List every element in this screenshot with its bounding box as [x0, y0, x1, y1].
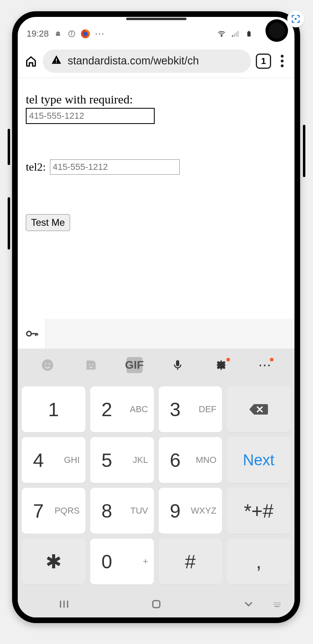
- system-nav-bar: [18, 591, 294, 617]
- home-button[interactable]: [24, 55, 38, 68]
- key-3[interactable]: 3DEF: [159, 386, 222, 432]
- key-[interactable]: #: [159, 539, 222, 584]
- key-6[interactable]: 6MNO: [159, 437, 222, 483]
- svg-rect-28: [276, 602, 276, 603]
- mic-icon[interactable]: [170, 357, 186, 373]
- keyboard-toolbar: GIF ⋯: [18, 349, 294, 382]
- tel2-label: tel2:: [26, 161, 46, 173]
- svg-point-0: [295, 18, 297, 20]
- sticker-icon[interactable]: [83, 357, 99, 373]
- numeric-keyboard: 12ABC3DEF4GHI5JKL6MNONext7PQRS8TUV9WXYZ*…: [18, 382, 294, 591]
- svg-point-19: [89, 364, 90, 365]
- svg-rect-30: [280, 602, 280, 603]
- key-[interactable]: ,: [227, 539, 290, 584]
- svg-rect-35: [275, 606, 280, 607]
- settings-icon[interactable]: [213, 357, 229, 373]
- key-9[interactable]: 9WXYZ: [159, 488, 222, 534]
- firefox-icon: [81, 29, 90, 38]
- svg-rect-11: [247, 32, 251, 37]
- key-7[interactable]: 7PQRS: [22, 488, 85, 534]
- svg-rect-10: [238, 31, 239, 37]
- password-key-icon[interactable]: [18, 319, 46, 349]
- key-0[interactable]: 0+: [90, 539, 154, 584]
- svg-rect-33: [278, 604, 278, 605]
- svg-point-17: [45, 363, 46, 365]
- key-8[interactable]: 8TUV: [90, 488, 154, 534]
- home-nav-button[interactable]: [147, 595, 165, 613]
- svg-rect-31: [274, 604, 275, 605]
- svg-point-20: [92, 364, 93, 365]
- status-time: 19:28: [27, 29, 49, 39]
- gif-icon[interactable]: GIF: [126, 357, 143, 373]
- key-2[interactable]: 2ABC: [90, 386, 154, 432]
- svg-rect-14: [56, 62, 57, 62]
- svg-rect-29: [278, 602, 278, 603]
- svg-rect-34: [280, 604, 280, 605]
- keyboard-suggestion-bar: [18, 319, 294, 349]
- wifi-icon: [217, 29, 226, 38]
- svg-point-16: [42, 359, 53, 371]
- svg-rect-12: [248, 31, 250, 32]
- insecure-icon: [51, 54, 62, 68]
- svg-rect-13: [56, 59, 57, 61]
- url-bar[interactable]: standardista.com/webkit/ch: [43, 50, 251, 73]
- android-icon: [54, 29, 62, 38]
- next-key[interactable]: Next: [227, 437, 290, 483]
- key-[interactable]: *+#: [227, 488, 290, 534]
- status-more-icon: ⋯: [95, 28, 105, 39]
- svg-point-15: [27, 331, 31, 336]
- browser-menu-button[interactable]: [276, 55, 288, 67]
- svg-rect-32: [276, 604, 276, 605]
- svg-point-5: [71, 32, 72, 33]
- svg-rect-9: [236, 32, 237, 37]
- screenshot-capture-icon[interactable]: [287, 10, 304, 27]
- info-icon: [67, 29, 76, 38]
- svg-rect-7: [232, 35, 233, 37]
- svg-rect-8: [234, 34, 235, 37]
- signal-icon: [231, 29, 240, 38]
- tel1-label: tel type with required:: [26, 93, 286, 106]
- key-1[interactable]: 1: [22, 386, 85, 432]
- svg-rect-25: [153, 601, 160, 608]
- back-button[interactable]: [240, 595, 257, 613]
- key-[interactable]: ✱: [22, 539, 85, 584]
- svg-point-6: [221, 35, 222, 37]
- keyboard-switch-icon[interactable]: [269, 595, 286, 613]
- url-text: standardista.com/webkit/ch: [68, 55, 199, 67]
- browser-toolbar: standardista.com/webkit/ch 1: [18, 44, 294, 78]
- svg-point-18: [49, 363, 50, 365]
- svg-point-1: [57, 33, 58, 34]
- tab-switcher[interactable]: 1: [256, 54, 271, 69]
- tel1-input[interactable]: [26, 108, 155, 124]
- key-5[interactable]: 5JKL: [90, 437, 154, 483]
- key-4[interactable]: 4GHI: [22, 437, 85, 483]
- test-me-button[interactable]: Test Me: [26, 214, 70, 231]
- tab-count-label: 1: [261, 56, 266, 66]
- recents-button[interactable]: [55, 595, 73, 613]
- status-bar: 19:28 ⋯: [18, 23, 294, 44]
- backspace-key[interactable]: [227, 386, 290, 432]
- camera-hole: [265, 19, 288, 42]
- phone-frame: 19:28 ⋯: [12, 11, 300, 623]
- svg-rect-27: [274, 602, 275, 603]
- tel2-input[interactable]: [50, 159, 180, 175]
- svg-rect-21: [176, 360, 179, 366]
- battery-icon: [245, 29, 253, 38]
- svg-point-2: [59, 33, 60, 34]
- keyboard-more-icon[interactable]: ⋯: [257, 357, 273, 373]
- web-content: tel type with required: tel2: Test Me: [18, 78, 294, 246]
- emoji-icon[interactable]: [39, 357, 56, 373]
